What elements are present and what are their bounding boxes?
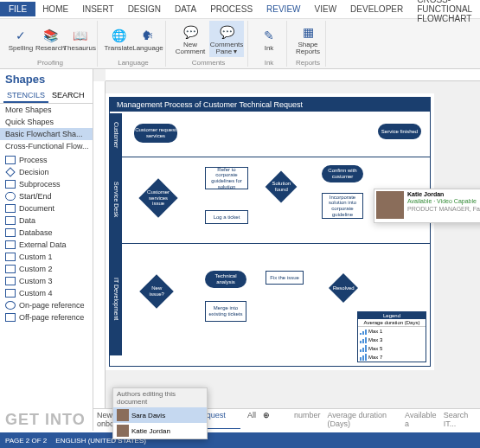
shape-decision[interactable]: Decision — [0, 166, 93, 178]
stencil-item[interactable]: Cross-Functional Flow... — [0, 140, 93, 152]
ribbon: ✓Spelling 📚Research 📖Thesaurus Proofing … — [0, 19, 480, 69]
flowchart-diagram[interactable]: Management Process of Customer Technical… — [109, 97, 431, 367]
reports-icon: ▦ — [299, 23, 317, 41]
node-process[interactable]: Log a ticket — [205, 210, 248, 224]
stencils-tab[interactable]: STENCILS — [3, 89, 48, 103]
shape-database[interactable]: Database — [0, 227, 93, 239]
shape-subprocess[interactable]: Subprocess — [0, 178, 93, 190]
shape-custom3[interactable]: Custom 3 — [0, 275, 93, 287]
language-button[interactable]: 🗣Language — [134, 21, 162, 57]
search-tab[interactable]: SEARCH — [48, 89, 88, 103]
tab-design[interactable]: DESIGN — [121, 2, 168, 16]
legend-title: Legend — [358, 312, 426, 319]
thesaurus-icon: 📖 — [71, 27, 88, 44]
ribbon-group-comments: 💬New Comment 💬Comments Pane ▾ Comments — [170, 21, 248, 67]
stencil-list: More Shapes Quick Shapes Basic Flowchart… — [0, 104, 93, 152]
node-end[interactable]: Service finished — [378, 124, 421, 139]
shape-data[interactable]: Data — [0, 214, 93, 227]
node-process[interactable]: Merge into existing tickets — [205, 301, 246, 322]
shape-onpageref[interactable]: On-page reference — [0, 299, 93, 311]
research-button[interactable]: 📚Research — [36, 21, 64, 57]
shapes-panel: Shapes STENCILS SEARCH More Shapes Quick… — [0, 69, 93, 431]
presence-role: PRODUCT MANAGER, Fabrikam — [407, 206, 480, 213]
sheet-tab-all[interactable]: All — [247, 411, 256, 419]
page-indicator[interactable]: PAGE 2 OF 2 — [5, 437, 47, 445]
add-sheet-button[interactable]: ⊕ — [263, 411, 270, 419]
watermark: GET INTO — [5, 411, 86, 429]
lane-servicedesk: Service Desk — [110, 157, 122, 243]
process-icon — [5, 156, 16, 164]
col-label: Average duration (Days) — [328, 411, 399, 428]
ink-button[interactable]: ✎Ink — [255, 21, 283, 57]
custom-icon — [5, 265, 16, 273]
tab-home[interactable]: HOME — [35, 2, 75, 16]
node-decision[interactable]: Customer services issue — [138, 178, 177, 217]
translate-icon: 🌐 — [110, 27, 127, 44]
custom-icon — [5, 289, 16, 298]
presence-info: Katie Jordan Available · Video Capable P… — [407, 191, 480, 221]
node-process[interactable]: Refer to corporate guidelines for soluti… — [205, 167, 248, 189]
thesaurus-button[interactable]: 📖Thesaurus — [66, 21, 93, 57]
node-decision[interactable]: New issue? — [139, 274, 174, 309]
node-decision[interactable]: Solution found — [266, 171, 298, 203]
subprocess-icon — [5, 180, 16, 189]
shape-document[interactable]: Document — [0, 202, 93, 214]
canvas-area[interactable]: Management Process of Customer Technical… — [93, 69, 480, 431]
group-label: Language — [118, 59, 149, 67]
tab-data[interactable]: DATA — [168, 2, 203, 16]
translate-button[interactable]: 🌐Translate — [105, 21, 132, 57]
legend-header: Average duration (Days) — [358, 319, 426, 327]
diagram-title: Management Process of Customer Technical… — [110, 98, 430, 112]
legend: Legend Average duration (Days) Max 1 Max… — [357, 311, 426, 362]
shape-process[interactable]: Process — [0, 154, 93, 166]
main-area: Shapes STENCILS SEARCH More Shapes Quick… — [0, 69, 480, 431]
group-label: Comments — [192, 59, 226, 67]
node-process[interactable]: Fix the issue — [266, 271, 304, 285]
comments-pane-button[interactable]: 💬Comments Pane ▾ — [209, 21, 244, 57]
shape-custom4[interactable]: Custom 4 — [0, 287, 93, 299]
shape-reports-button[interactable]: ▦Shape Reports — [294, 21, 322, 57]
tab-process[interactable]: PROCESS — [203, 2, 259, 16]
menu-bar: FILE HOME INSERT DESIGN DATA PROCESS REV… — [0, 0, 480, 19]
lane-customer: Customer — [110, 113, 122, 157]
node-process[interactable]: Confirm with customer — [322, 165, 363, 182]
tab-view[interactable]: VIEW — [308, 2, 344, 16]
lane-divider — [122, 243, 430, 244]
drawing-canvas[interactable]: Management Process of Customer Technical… — [106, 93, 434, 370]
tab-review[interactable]: REVIEW — [259, 2, 307, 16]
stencil-item[interactable]: More Shapes — [0, 104, 93, 116]
presence-card[interactable]: Katie Jordan Available · Video Capable P… — [374, 189, 480, 223]
author-item[interactable]: Katie Jordan — [113, 423, 207, 438]
legend-row: Max 1 — [358, 327, 426, 336]
stencil-item[interactable]: Basic Flowchart Sha... — [0, 128, 93, 140]
document-icon — [5, 204, 16, 213]
tab-crossfunctional[interactable]: CROSS-FUNCTIONAL FLOWCHART — [410, 0, 480, 26]
avatar — [117, 425, 129, 437]
spelling-icon: ✓ — [12, 27, 29, 44]
tab-developer[interactable]: DEVELOPER — [343, 2, 410, 16]
spelling-button[interactable]: ✓Spelling — [7, 21, 35, 57]
shape-custom1[interactable]: Custom 1 — [0, 251, 93, 263]
node-process[interactable]: Technical analysis — [205, 271, 246, 288]
search-text[interactable]: Search IT... — [444, 411, 477, 428]
lane-itdev: IT Development — [110, 243, 122, 355]
author-item[interactable]: Sara Davis — [113, 407, 207, 423]
shapes-title: Shapes — [0, 69, 93, 89]
authors-popup: Authors editing this document Sara Davis… — [112, 387, 208, 439]
node-start[interactable]: Customer request services — [134, 124, 177, 143]
shape-externaldata[interactable]: External Data — [0, 239, 93, 251]
node-decision[interactable]: Resolved — [329, 273, 358, 303]
authors-title: Authors editing this document — [113, 388, 207, 407]
new-comment-button[interactable]: 💬New Comment — [173, 21, 208, 57]
shape-startend[interactable]: Start/End — [0, 190, 93, 202]
shape-custom2[interactable]: Custom 2 — [0, 263, 93, 275]
language-icon: 🗣 — [139, 27, 157, 44]
legend-row: Max 3 — [358, 336, 426, 344]
stencil-item[interactable]: Quick Shapes — [0, 116, 93, 128]
node-process[interactable]: Incorporate solution into corporate guid… — [322, 193, 363, 219]
file-tab[interactable]: FILE — [0, 2, 35, 16]
ribbon-group-proofing: ✓Spelling 📚Research 📖Thesaurus Proofing — [3, 21, 98, 67]
shapes-tabs: STENCILS SEARCH — [0, 89, 93, 104]
shape-offpageref[interactable]: Off-page reference — [0, 311, 93, 323]
tab-insert[interactable]: INSERT — [75, 2, 121, 16]
